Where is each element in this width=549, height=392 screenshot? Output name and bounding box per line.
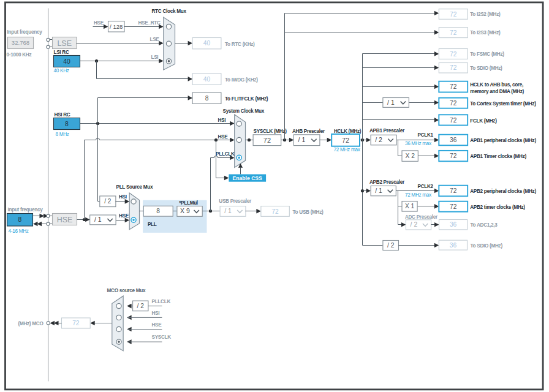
svg-text:APB1 Timer clocks (MHz): APB1 Timer clocks (MHz) [470,154,526,159]
svg-text:HSE_RTC: HSE_RTC [138,20,161,26]
svg-text:72 MHz max: 72 MHz max [405,192,431,198]
svg-text:72: 72 [450,83,457,90]
svg-text:LSE: LSE [57,39,72,48]
svg-text:Input frequency: Input frequency [8,207,44,213]
svg-text:APB1 peripheral clocks (MHz): APB1 peripheral clocks (MHz) [470,138,536,143]
svg-text:/ 2: / 2 [104,198,112,205]
svg-text:HSE: HSE [152,322,162,328]
svg-text:APB2 timer clocks (MHz): APB2 timer clocks (MHz) [470,205,525,210]
svg-text:SYSCLK: SYSCLK [152,334,172,340]
svg-text:To I2S2 (MHz): To I2S2 (MHz) [470,12,501,17]
svg-text:(MHz) MCO: (MHz) MCO [18,321,44,326]
svg-text:X 2: X 2 [406,153,415,159]
svg-text:HCLK (MHz): HCLK (MHz) [334,129,362,134]
svg-text:*PLLMul: *PLLMul [179,200,198,206]
svg-text:36: 36 [450,242,457,249]
svg-text:HSI: HSI [119,194,127,200]
svg-text:To RTC (KHz): To RTC (KHz) [225,42,255,47]
svg-text:40: 40 [203,40,211,47]
svg-text:PLLCLK: PLLCLK [152,299,171,304]
svg-text:PCLK1: PCLK1 [418,132,434,138]
svg-text:72: 72 [450,187,457,194]
svg-text:72: 72 [450,203,457,210]
svg-text:USB Prescaler: USB Prescaler [219,198,252,204]
svg-text:72: 72 [450,117,457,124]
svg-text:HSE: HSE [94,20,104,26]
svg-text:To FSMC (MHz): To FSMC (MHz) [470,51,504,57]
svg-text:APB2 Prescaler: APB2 Prescaler [369,179,405,185]
svg-text:PLLCLK: PLLCLK [216,151,235,157]
svg-text:To SDIO (MHz): To SDIO (MHz) [470,66,502,71]
svg-text:To Cortex System timer (MHz): To Cortex System timer (MHz) [470,101,536,107]
svg-text:40: 40 [63,58,70,65]
svg-text:/ 1: / 1 [224,208,232,214]
svg-text:8 MHz: 8 MHz [56,132,69,137]
svg-text:40: 40 [203,76,211,83]
svg-text:To SDIO (MHz): To SDIO (MHz) [471,243,503,249]
svg-text:72: 72 [450,51,457,58]
svg-text:HCLK to AHB bus, core,: HCLK to AHB bus, core, [470,82,523,88]
svg-text:HSE: HSE [57,216,73,224]
svg-text:/ 1: / 1 [375,187,382,194]
svg-text:8: 8 [18,216,22,223]
svg-text:To IWDG (KHz): To IWDG (KHz) [225,77,258,83]
svg-text:AHB Prescaler: AHB Prescaler [292,129,325,134]
svg-text:72: 72 [72,320,80,326]
svg-text:memory and DMA (MHz): memory and DMA (MHz) [470,89,524,94]
svg-text:/ 2: / 2 [411,221,418,228]
svg-text:36 MHz max: 36 MHz max [405,141,431,146]
svg-text:HSE: HSE [119,213,129,219]
svg-text:0-1000 KHz: 0-1000 KHz [7,52,32,58]
svg-text:MCO source Mux: MCO source Mux [107,288,146,293]
svg-text:36: 36 [450,221,457,228]
svg-text:72: 72 [342,137,349,144]
svg-text:40 KHz: 40 KHz [54,68,69,74]
svg-text:32.768: 32.768 [12,39,29,46]
svg-text:36: 36 [450,137,457,143]
svg-text:4-16 MHz: 4-16 MHz [9,228,29,234]
svg-text:FCLK (MHz): FCLK (MHz) [470,118,497,124]
svg-text:HSE: HSE [218,134,229,140]
svg-text:72: 72 [263,137,271,144]
svg-text:LSI RC: LSI RC [54,50,69,55]
svg-text:To USB (MHz): To USB (MHz) [293,209,324,215]
svg-text:To ADC1,2,3: To ADC1,2,3 [471,222,498,228]
svg-text:/ 1: / 1 [298,137,306,143]
svg-text:To FLITFCLK (MHz): To FLITFCLK (MHz) [225,96,268,102]
svg-text:72 MHz max: 72 MHz max [334,147,360,153]
svg-text:72: 72 [450,11,457,18]
svg-text:72: 72 [271,208,279,215]
svg-text:PLL Source Mux: PLL Source Mux [116,184,154,190]
svg-text:System Clock Mux: System Clock Mux [223,108,265,114]
svg-text:Enable CSS: Enable CSS [233,175,263,181]
svg-text:/ 1: / 1 [94,216,102,223]
svg-text:/ 2: / 2 [137,303,145,309]
svg-text:X 9: X 9 [180,208,190,214]
svg-text:/ 2: / 2 [375,137,382,143]
svg-text:To I2S3 (MHz): To I2S3 (MHz) [470,30,501,36]
svg-text:RTC Clock Mux: RTC Clock Mux [152,9,187,14]
svg-text:APB1 Prescaler: APB1 Prescaler [369,128,405,134]
svg-text:8: 8 [205,95,209,102]
svg-text:PLL: PLL [148,222,157,227]
svg-text:8: 8 [156,208,160,214]
svg-text:72: 72 [450,64,457,71]
svg-text:/ 1: / 1 [387,99,395,106]
svg-text:HSI RC: HSI RC [55,112,70,118]
svg-text:/ 2: / 2 [387,242,395,249]
svg-text:/ 128: / 128 [110,23,123,30]
svg-text:Input frequency: Input frequency [7,29,43,35]
svg-text:HSI: HSI [152,311,160,316]
svg-text:HSI: HSI [218,118,226,123]
svg-text:72: 72 [450,100,457,107]
svg-text:8: 8 [65,121,69,127]
svg-text:APB2 peripheral clocks (MHz): APB2 peripheral clocks (MHz) [470,189,536,194]
svg-text:SYSCLK (MHz): SYSCLK (MHz) [254,129,287,134]
svg-text:LSE: LSE [150,37,160,42]
svg-text:ADC Prescaler: ADC Prescaler [405,214,438,220]
svg-text:72: 72 [450,153,457,159]
svg-text:LSI: LSI [151,55,159,60]
svg-text:PCLK2: PCLK2 [418,184,434,189]
svg-text:X 1: X 1 [405,203,415,209]
svg-text:72: 72 [450,29,457,36]
